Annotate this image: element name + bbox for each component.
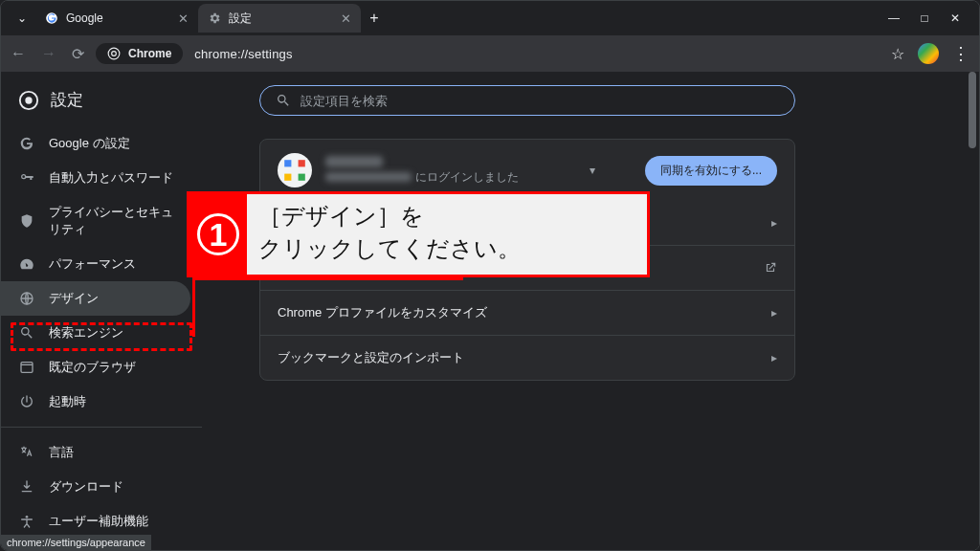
- sidebar-item-label: 既定のブラウザ: [49, 359, 136, 376]
- nav-back-icon[interactable]: ←: [11, 45, 26, 62]
- chrome-logo-icon: [18, 90, 39, 111]
- annotation-number-badge: 1: [189, 194, 247, 275]
- window-controls: ― □ ✕: [887, 11, 971, 25]
- minimize-icon[interactable]: ―: [887, 11, 901, 25]
- browser-icon: [18, 359, 35, 376]
- gear-favicon-icon: [208, 11, 221, 25]
- sidebar-item-a11y[interactable]: ユーザー補助機能: [1, 504, 190, 539]
- svg-point-1: [108, 48, 120, 59]
- sidebar-item-label: ダウンロード: [49, 478, 123, 496]
- sidebar-item-speed[interactable]: パフォーマンス: [1, 247, 190, 281]
- settings-row[interactable]: Chrome プロファイルをカスタマイズ▸: [260, 290, 794, 335]
- speed-icon: [18, 255, 35, 273]
- url-chip[interactable]: Chrome: [96, 43, 183, 64]
- scrollbar[interactable]: [966, 72, 979, 550]
- svg-point-7: [26, 516, 29, 518]
- sidebar-item-browser[interactable]: 既定のブラウザ: [1, 350, 190, 385]
- chrome-logo-icon: [107, 47, 121, 60]
- key-icon: [18, 169, 35, 187]
- chevron-right-icon: ▸: [771, 351, 777, 364]
- svg-rect-6: [21, 363, 33, 373]
- settings-search[interactable]: [259, 85, 795, 116]
- sidebar-item-power[interactable]: 起動時: [1, 385, 190, 419]
- nav-forward-icon[interactable]: →: [41, 45, 56, 62]
- profile-dropdown-icon[interactable]: ▾: [590, 164, 595, 177]
- browser-tab-settings[interactable]: 設定 ✕: [198, 4, 361, 33]
- sidebar-item-label: パフォーマンス: [49, 255, 136, 273]
- url-chip-label: Chrome: [128, 47, 171, 60]
- annotation-connector-line: [192, 277, 195, 337]
- enable-sync-button[interactable]: 同期を有効にする...: [645, 156, 777, 186]
- globe-icon: [18, 290, 35, 307]
- nav-reload-icon[interactable]: ⟳: [72, 45, 84, 63]
- settings-sidebar: 設定 Google の設定自動入力とパスワードプライバシーとセキュリティパフォー…: [1, 72, 202, 550]
- sidebar-item-label: プライバシーとセキュリティ: [49, 204, 173, 238]
- bookmark-star-icon[interactable]: ☆: [891, 45, 904, 63]
- window-titlebar: ⌄ Google ✕ 設定 ✕ + ― □ ✕: [1, 1, 979, 35]
- tabs-dropdown-icon[interactable]: ⌄: [9, 11, 35, 25]
- profile-name-redacted: [325, 156, 383, 167]
- sidebar-item-shield[interactable]: プライバシーとセキュリティ: [1, 195, 190, 247]
- chevron-right-icon: ▸: [771, 306, 777, 320]
- svg-point-4: [25, 97, 32, 103]
- annotation-connector-line: [192, 277, 463, 280]
- url-text[interactable]: chrome://settings: [194, 47, 292, 61]
- search-icon: [276, 93, 291, 108]
- a11y-icon: [18, 513, 35, 530]
- browser-menu-icon[interactable]: ⋮: [952, 43, 969, 64]
- sidebar-item-label: 検索エンジン: [49, 324, 123, 342]
- tab-label: 設定: [229, 11, 252, 27]
- url-bar: ← → ⟳ Chrome chrome://settings ☆ ⋮: [1, 35, 979, 72]
- tab-label: Google: [66, 11, 103, 25]
- sidebar-divider: [1, 427, 202, 428]
- profile-logged-in-text: にログインしました: [415, 169, 519, 186]
- lang-icon: [18, 444, 35, 461]
- profile-picture-icon: [278, 153, 312, 187]
- settings-row[interactable]: ブックマークと設定のインポート▸: [260, 335, 794, 380]
- google-icon: [18, 135, 35, 152]
- chevron-right-icon: ▸: [771, 216, 777, 230]
- browser-tab-google[interactable]: Google ✕: [35, 4, 198, 33]
- sidebar-item-label: 言語: [49, 444, 74, 461]
- annotation-text: ［デザイン］を クリックしてください。: [247, 194, 647, 275]
- sidebar-item-lang[interactable]: 言語: [1, 435, 190, 470]
- annotation-callout: 1 ［デザイン］を クリックしてください。: [187, 191, 650, 277]
- close-tab-icon[interactable]: ✕: [178, 11, 189, 26]
- external-link-icon: [764, 261, 777, 275]
- download-icon: [18, 478, 35, 496]
- new-tab-button[interactable]: +: [361, 5, 388, 32]
- sidebar-title: 設定: [51, 89, 83, 111]
- svg-point-2: [112, 52, 117, 56]
- sidebar-item-google[interactable]: Google の設定: [1, 126, 190, 161]
- settings-row-label: ブックマークと設定のインポート: [278, 349, 464, 366]
- sidebar-item-label: ユーザー補助機能: [49, 513, 148, 530]
- settings-row-label: Chrome プロファイルをカスタマイズ: [278, 304, 487, 321]
- google-favicon-icon: [45, 11, 58, 25]
- settings-search-input[interactable]: [301, 94, 779, 108]
- profile-email-redacted: [325, 172, 412, 182]
- maximize-icon[interactable]: □: [918, 11, 931, 25]
- sidebar-item-key[interactable]: 自動入力とパスワード: [1, 161, 190, 195]
- sidebar-item-label: デザイン: [49, 290, 99, 307]
- sidebar-header: 設定: [1, 85, 202, 126]
- shield-icon: [18, 212, 35, 230]
- power-icon: [18, 393, 35, 410]
- settings-main: にログインしました ▾ 同期を有効にする... 同期と Google サービス▸…: [202, 72, 979, 550]
- search-icon: [18, 324, 35, 342]
- sidebar-item-download[interactable]: ダウンロード: [1, 470, 190, 504]
- sidebar-item-label: Google の設定: [49, 135, 130, 152]
- sidebar-item-globe[interactable]: デザイン: [1, 281, 190, 316]
- sidebar-item-search[interactable]: 検索エンジン: [1, 316, 190, 350]
- sidebar-item-label: 自動入力とパスワード: [49, 169, 173, 187]
- status-bar-url: chrome://settings/appearance: [1, 535, 151, 550]
- sidebar-item-label: 起動時: [49, 393, 86, 410]
- close-window-icon[interactable]: ✕: [948, 11, 962, 25]
- profile-avatar-icon[interactable]: [918, 43, 939, 64]
- close-tab-icon[interactable]: ✕: [341, 11, 351, 26]
